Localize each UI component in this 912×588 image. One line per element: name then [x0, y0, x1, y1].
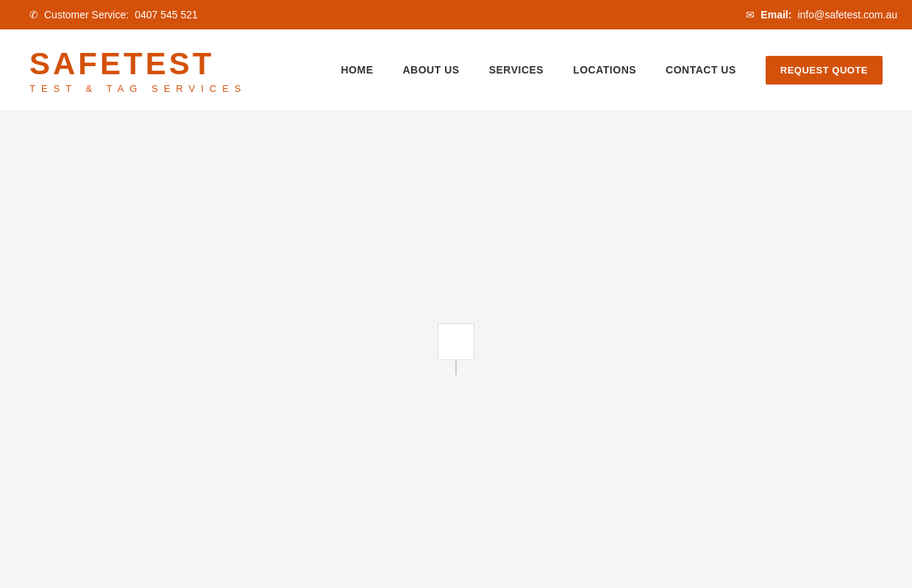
request-quote-button[interactable]: REQUEST QUOTE — [766, 56, 883, 85]
nav-about[interactable]: ABOUT US — [403, 64, 460, 76]
nav-home[interactable]: HOME — [341, 64, 374, 76]
customer-service-label: Customer Service: — [44, 9, 129, 21]
nav-locations[interactable]: LOCATIONS — [573, 64, 636, 76]
top-bar: ✆ Customer Service: 0407 545 521 ✉ Email… — [0, 0, 912, 29]
loading-line — [455, 360, 457, 375]
nav-contact[interactable]: CONTACT US — [666, 64, 736, 76]
logo-text: SAFETEST — [29, 46, 247, 82]
email-address: info@safetest.com.au — [797, 9, 897, 21]
logo[interactable]: SAFETEST Test & Tag Services — [29, 46, 247, 94]
logo-subtext: Test & Tag Services — [29, 83, 247, 94]
phone-number: 0407 545 521 — [135, 9, 198, 21]
main-content — [0, 110, 912, 588]
email-info: ✉ Email: info@safetest.com.au — [746, 9, 897, 21]
customer-service-info: ✆ Customer Service: 0407 545 521 — [29, 9, 198, 21]
navbar: SAFETEST Test & Tag Services HOME ABOUT … — [0, 29, 912, 110]
email-label: Email: — [760, 9, 791, 21]
loading-container — [438, 323, 474, 375]
nav-services[interactable]: SERVICES — [489, 64, 544, 76]
phone-icon: ✆ — [29, 9, 38, 21]
loading-spinner — [438, 323, 474, 360]
email-envelope-icon: ✉ — [746, 9, 755, 21]
nav-links: HOME ABOUT US SERVICES LOCATIONS CONTACT… — [341, 56, 883, 85]
